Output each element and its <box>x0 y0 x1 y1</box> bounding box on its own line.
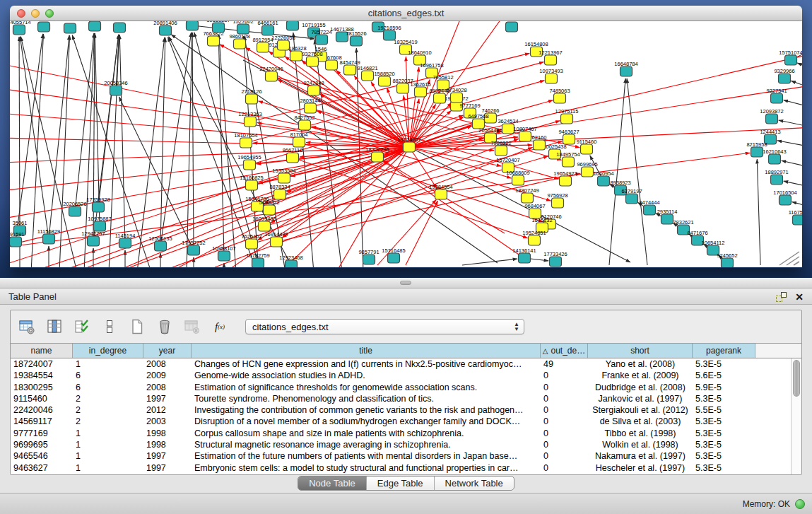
window-titlebar[interactable]: citations_edges.txt <box>10 6 802 21</box>
new-document-icon[interactable] <box>128 317 146 336</box>
table-row[interactable]: 2242004622012Investigating the contribut… <box>11 404 801 416</box>
table-cell[interactable]: 5.6E-5 <box>693 370 755 381</box>
graph-node[interactable]: 817004 <box>290 132 307 147</box>
table-cell[interactable]: 1 <box>73 450 143 462</box>
table-cell[interactable]: 2003 <box>143 416 192 427</box>
graph-node[interactable]: 17016504 <box>773 189 796 205</box>
table-cell[interactable]: Yano et al. (2008) <box>588 358 693 370</box>
float-panel-icon[interactable] <box>776 292 787 302</box>
table-cell[interactable]: 2 <box>73 404 143 416</box>
column-header-short[interactable]: short <box>588 344 693 358</box>
table-cell[interactable]: 1 <box>73 439 143 450</box>
graph-node[interactable]: 9245652 <box>717 252 737 267</box>
table-cell[interactable]: Genome-wide association studies in ADHD. <box>192 370 541 381</box>
graph-node[interactable] <box>187 21 199 30</box>
table-cell[interactable]: 0 <box>541 370 588 381</box>
table-cell[interactable]: 2 <box>73 393 143 404</box>
table-row[interactable]: 946554611997Estimation of the future num… <box>11 450 801 462</box>
graph-node[interactable]: 17733426 <box>543 251 567 267</box>
table-cell[interactable]: 5.3E-5 <box>693 450 755 462</box>
graph-node[interactable]: 12093872 <box>760 108 783 124</box>
delete-icon[interactable] <box>155 317 174 336</box>
table-cell[interactable]: 6 <box>73 370 143 381</box>
table-cell[interactable]: 2008 <box>143 358 192 370</box>
graph-node[interactable]: 19654923 <box>553 170 577 186</box>
graph-node[interactable]: 14136141 <box>512 247 536 263</box>
table-cell[interactable]: 5.3E-5 <box>693 439 755 450</box>
table-cell[interactable]: 0 <box>541 462 588 474</box>
graph-node[interactable] <box>64 23 76 33</box>
table-row[interactable]: 977716911998Corpus callosum shape and si… <box>11 428 801 439</box>
graph-node[interactable] <box>89 21 101 31</box>
graph-node[interactable]: 16648784 <box>614 61 637 76</box>
select-rows-icon[interactable] <box>73 317 91 336</box>
table-cell[interactable]: 5.3E-5 <box>693 358 755 370</box>
table-cell[interactable]: 1 <box>73 358 143 370</box>
table-cell[interactable]: 2008 <box>143 382 192 393</box>
table-cell[interactable]: 19384554 <box>11 370 73 381</box>
graph-node[interactable]: 1167533 <box>789 209 802 225</box>
table-cell[interactable]: 0 <box>541 382 588 393</box>
table-cell[interactable]: Disruption of a novel member of a sodium… <box>192 416 541 427</box>
table-cell[interactable]: 2012 <box>143 404 192 416</box>
table-cell[interactable]: 18724007 <box>11 358 73 370</box>
table-cell[interactable]: 1997 <box>143 450 192 462</box>
graph-node[interactable]: 19218596 <box>377 25 401 40</box>
graph-node[interactable]: 10975887 <box>88 216 111 231</box>
graph-node[interactable]: 2087682 <box>501 21 522 32</box>
table-cell[interactable]: 5.3E-5 <box>693 416 755 427</box>
table-cell[interactable]: Estimation of significance thresholds fo… <box>192 382 541 393</box>
table-cell[interactable]: 49 <box>541 358 588 370</box>
table-cell[interactable]: 18300295 <box>11 382 73 393</box>
graph-node[interactable]: 17957252 <box>182 240 205 255</box>
graph-node[interactable]: 18107554 <box>234 132 257 148</box>
table-cell[interactable]: 1 <box>73 428 143 439</box>
graph-node[interactable]: 17359928 <box>86 197 110 212</box>
table-cell[interactable]: Franke et al. (2009) <box>588 370 693 381</box>
table-cell[interactable]: 1997 <box>143 393 192 404</box>
table-cell[interactable]: 5.9E-5 <box>693 382 755 393</box>
graph-node[interactable] <box>38 22 50 32</box>
vertical-scrollbar[interactable] <box>791 358 801 474</box>
graph-node[interactable]: 20053346 <box>104 80 127 95</box>
table-cell[interactable]: de Silva et al. (2003) <box>588 416 693 427</box>
table-cell[interactable]: 5.5E-5 <box>693 404 755 416</box>
merge-rows-icon[interactable] <box>100 317 119 336</box>
table-cell[interactable]: Tourette syndrome. Phenomenology and cla… <box>192 393 541 404</box>
column-header-pagerank[interactable]: pagerank <box>693 344 755 358</box>
graph-node[interactable]: 10958107 <box>212 245 235 261</box>
table-cell[interactable]: Investigating the contribution of common… <box>192 404 541 416</box>
table-cell[interactable]: 9777169 <box>11 428 73 439</box>
graph-node[interactable]: 1362615 <box>410 81 430 97</box>
graph-node[interactable]: 7625402 <box>241 233 261 249</box>
table-row[interactable]: 1456911722003Disruption of a novel membe… <box>11 416 801 427</box>
table-cell[interactable]: 9465546 <box>11 450 73 462</box>
table-cell[interactable]: 0 <box>541 439 588 450</box>
graph-node[interactable]: 16210643 <box>763 148 786 164</box>
canvas-resize-grip[interactable] <box>772 250 801 266</box>
table-cell[interactable]: 0 <box>541 393 588 404</box>
table-cell[interactable]: 0 <box>541 404 588 416</box>
graph-node[interactable]: 391591 <box>10 231 25 247</box>
table-cell[interactable]: 9699695 <box>11 439 73 450</box>
graph-node[interactable]: 20206526 <box>63 201 86 216</box>
table-cell[interactable]: Tibbo et al. (1998) <box>588 428 693 439</box>
graph-node[interactable]: 9756928 <box>547 192 567 208</box>
table-cell[interactable]: 0 <box>541 416 588 427</box>
graph-node[interactable]: 1588520 <box>374 71 394 86</box>
show-columns-icon[interactable] <box>45 317 64 336</box>
graph-node[interactable]: 18892971 <box>765 169 788 185</box>
graph-node[interactable]: 62160 <box>532 134 547 150</box>
column-header-year[interactable]: year <box>143 344 192 358</box>
table-cell[interactable]: Corpus callosum shape and size in male p… <box>192 428 541 439</box>
splitter-grip[interactable] <box>400 281 411 285</box>
column-header-in_degree[interactable]: in_degree <box>73 344 143 358</box>
table-cell[interactable]: Dudbridge et al. (2008) <box>588 382 693 393</box>
table-cell[interactable]: 6 <box>73 382 143 393</box>
graph-node[interactable]: 9860128 <box>229 33 249 49</box>
table-cell[interactable]: 1997 <box>143 462 192 474</box>
table-cell[interactable]: Jankovic et al. (1997) <box>588 393 693 404</box>
table-row[interactable]: 1830029562008Estimation of significance … <box>11 382 801 393</box>
tab-edge-table[interactable]: Edge Table <box>366 477 434 490</box>
graph-node[interactable]: 9227341 <box>766 88 787 103</box>
